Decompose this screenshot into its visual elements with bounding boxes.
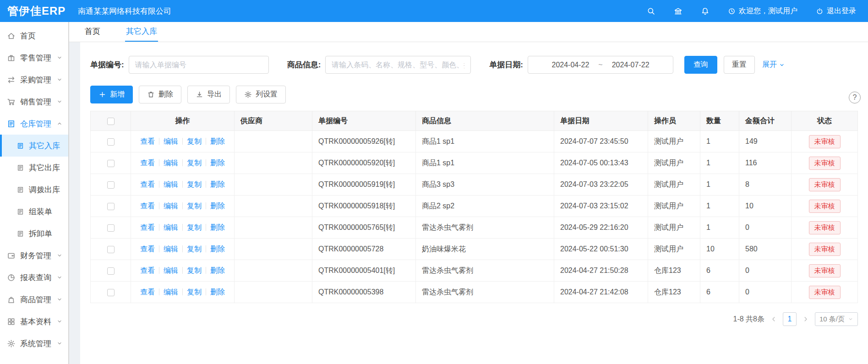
bell-icon[interactable]	[701, 7, 710, 16]
welcome-user[interactable]: 欢迎您，测试用户	[728, 6, 797, 16]
sidebar-subitem-disassembly-order[interactable]: 拆卸单	[0, 223, 68, 244]
date-start-value[interactable]: 2024-04-22	[552, 61, 590, 69]
row-checkbox[interactable]	[107, 181, 115, 189]
next-page-button[interactable]	[802, 315, 809, 323]
search-button[interactable]: 查询	[684, 56, 717, 74]
bill-no-label: 单据编号:	[90, 60, 124, 70]
row-checkbox[interactable]	[107, 224, 115, 232]
action-delete[interactable]: 删除	[210, 137, 225, 145]
sidebar-item-sales[interactable]: 销售管理	[0, 91, 68, 113]
action-copy[interactable]: 复制	[187, 137, 202, 145]
column-header-operator: 操作员	[648, 111, 700, 131]
prev-page-button[interactable]	[770, 315, 777, 323]
action-copy[interactable]: 复制	[187, 266, 202, 274]
date-end-value[interactable]: 2024-07-22	[612, 61, 650, 69]
status-badge: 未审核	[809, 135, 841, 148]
action-view[interactable]: 查看	[140, 159, 155, 167]
action-delete[interactable]: 删除	[210, 180, 225, 188]
row-checkbox[interactable]	[107, 289, 115, 296]
action-edit[interactable]: 编辑	[164, 288, 178, 296]
sidebar-item-system[interactable]: 系统管理	[0, 332, 68, 354]
sidebar-item-retail[interactable]: 零售管理	[0, 47, 68, 69]
action-delete[interactable]: 删除	[210, 223, 225, 231]
help-icon[interactable]: ?	[849, 92, 861, 103]
action-delete[interactable]: 删除	[210, 245, 225, 253]
sidebar-subitem-other-outbound[interactable]: 其它出库	[0, 157, 68, 179]
expand-toggle[interactable]: 展开	[762, 60, 785, 70]
action-copy[interactable]: 复制	[187, 223, 202, 231]
sidebar-item-purchase[interactable]: 采购管理	[0, 69, 68, 91]
company-name: 南通某某网络科技有限公司	[78, 6, 171, 16]
sidebar-item-products[interactable]: 商品管理	[0, 288, 68, 310]
cell-product: 商品2 sp2	[416, 196, 554, 217]
action-view[interactable]: 查看	[140, 223, 155, 231]
clock-icon	[728, 7, 736, 15]
action-edit[interactable]: 编辑	[164, 266, 178, 274]
action-copy[interactable]: 复制	[187, 180, 202, 188]
sidebar-item-basic-data[interactable]: 基本资料	[0, 310, 68, 332]
action-copy[interactable]: 复制	[187, 159, 202, 167]
expand-label: 展开	[762, 60, 777, 70]
page-size-select[interactable]: 10 条/页	[815, 312, 858, 326]
current-page[interactable]: 1	[783, 312, 797, 326]
action-edit[interactable]: 编辑	[164, 202, 178, 210]
column-header-product: 商品信息	[416, 111, 554, 131]
row-checkbox[interactable]	[107, 246, 115, 253]
action-delete[interactable]: 删除	[210, 159, 225, 167]
row-checkbox[interactable]	[107, 267, 115, 275]
home-icon	[7, 32, 16, 40]
action-copy[interactable]: 复制	[187, 245, 202, 253]
sidebar-subitem-assembly-order[interactable]: 组装单	[0, 201, 68, 223]
bill-no-input[interactable]	[129, 56, 269, 74]
sidebar-subitem-label: 其它入库	[29, 141, 60, 151]
sidebar-item-finance[interactable]: 财务管理	[0, 244, 68, 266]
action-separator	[159, 202, 159, 209]
bank-icon[interactable]	[674, 7, 682, 16]
date-range-picker[interactable]: 2024-04-22 ~ 2024-07-22	[528, 56, 673, 74]
action-edit[interactable]: 编辑	[164, 223, 178, 231]
action-delete[interactable]: 删除	[210, 202, 225, 210]
delete-button[interactable]: 删除	[139, 86, 181, 103]
action-view[interactable]: 查看	[140, 266, 155, 274]
sidebar-item-warehouse[interactable]: 仓库管理	[0, 113, 68, 135]
action-delete[interactable]: 删除	[210, 288, 225, 296]
add-button[interactable]: 新增	[90, 86, 133, 103]
product-info-input[interactable]	[325, 56, 471, 74]
cell-date: 2024-04-27 21:50:28	[554, 260, 648, 282]
action-edit[interactable]: 编辑	[164, 180, 178, 188]
action-view[interactable]: 查看	[140, 245, 155, 253]
action-copy[interactable]: 复制	[187, 202, 202, 210]
row-checkbox[interactable]	[107, 203, 115, 210]
doc-icon	[16, 142, 24, 150]
action-edit[interactable]: 编辑	[164, 137, 178, 145]
export-button[interactable]: 导出	[187, 86, 230, 103]
logout-button[interactable]: 退出登录	[816, 6, 856, 16]
action-copy[interactable]: 复制	[187, 288, 202, 296]
cell-date: 2024-07-03 23:15:02	[554, 196, 648, 217]
action-view[interactable]: 查看	[140, 202, 155, 210]
sidebar-item-reports[interactable]: 报表查询	[0, 266, 68, 288]
reset-button[interactable]: 重置	[724, 56, 755, 74]
action-delete[interactable]: 删除	[210, 266, 225, 274]
tab-bar: 首页其它入库	[69, 22, 868, 42]
column-header-actions: 操作	[131, 111, 235, 131]
row-checkbox[interactable]	[107, 160, 115, 167]
search-icon[interactable]	[647, 7, 655, 16]
action-separator	[182, 138, 183, 145]
action-edit[interactable]: 编辑	[164, 245, 178, 253]
action-view[interactable]: 查看	[140, 180, 155, 188]
select-all-checkbox[interactable]	[107, 118, 115, 125]
sidebar-subitem-transfer-outbound[interactable]: 调拨出库	[0, 179, 68, 201]
chevron-down-icon	[56, 98, 63, 105]
plus-icon	[98, 91, 106, 98]
tab-other-inbound[interactable]: 其它入库	[125, 22, 158, 42]
tab-home[interactable]: 首页	[84, 22, 101, 42]
sidebar-item-home[interactable]: 首页	[0, 25, 68, 47]
action-view[interactable]: 查看	[140, 288, 155, 296]
row-checkbox[interactable]	[107, 138, 115, 146]
action-view[interactable]: 查看	[140, 137, 155, 145]
column-settings-button[interactable]: 列设置	[236, 86, 286, 103]
action-edit[interactable]: 编辑	[164, 159, 178, 167]
sidebar-subitem-other-inbound[interactable]: 其它入库	[0, 135, 68, 157]
top-header: 管伊佳ERP 南通某某网络科技有限公司 欢迎您，测试用户 退出登录	[0, 0, 868, 22]
